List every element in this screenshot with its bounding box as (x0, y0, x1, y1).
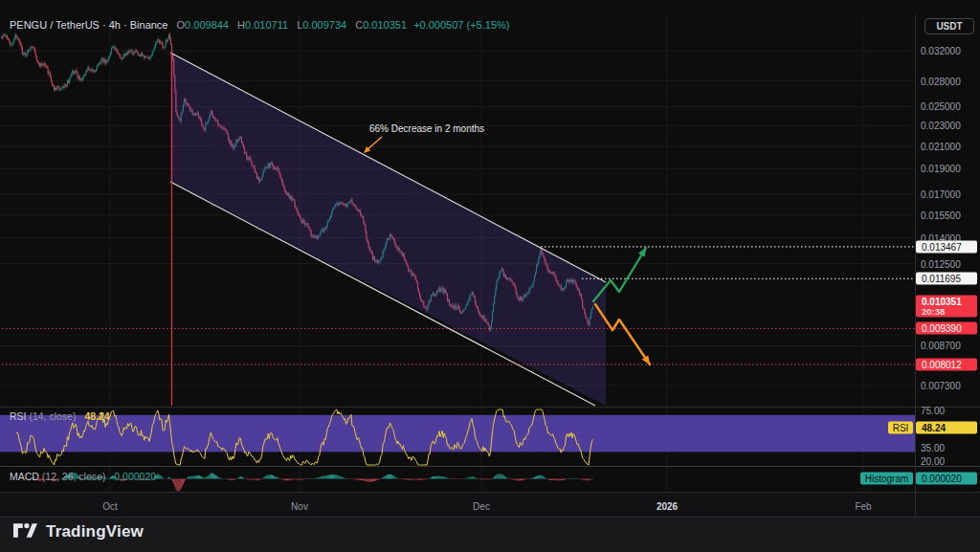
tradingview-chart-window: AhmadPro created with TradingView.com, D… (0, 0, 980, 552)
price-axis-label: 0.021000 (921, 141, 961, 151)
currency-toggle-button[interactable]: USDT (924, 18, 974, 34)
tradingview-logo[interactable]: TradingView (13, 521, 144, 541)
rsi-axis-label: 20.00 (921, 456, 945, 467)
macd-value: 0.000020 (114, 471, 156, 482)
ohlc-high-value: 0.010711 (245, 19, 288, 31)
rsi-value-tag: 48.24 (916, 422, 977, 434)
price-level-tag: 0.008012 (916, 358, 977, 370)
ohlc-open-value: 0.009844 (185, 19, 229, 31)
tradingview-logo-text: TradingView (46, 522, 144, 541)
price-axis-label: 0.023000 (921, 121, 961, 131)
time-axis-label: Nov (291, 501, 308, 512)
ohlc-close-label: C (355, 19, 363, 31)
change-value: +0.000507 (+5.15%) (413, 19, 509, 31)
bar-countdown: 20:38 (922, 307, 977, 317)
rsi-name-tag: RSI (888, 422, 913, 434)
price-axis-label: 0.012500 (921, 258, 961, 269)
price-level-tag: 0.013467 (916, 240, 977, 253)
price-axis-label: 0.032000 (921, 46, 961, 56)
price-level-tag: 0.011695 (916, 273, 977, 285)
price-axis-label: 0.008700 (921, 341, 961, 351)
macd-legend[interactable]: MACD (12, 26, close) 0.000020 (10, 471, 156, 482)
decrease-annotation-text[interactable]: 66% Decrease in 2 months (369, 123, 484, 134)
ohlc-low-value: 0.009734 (302, 19, 346, 31)
time-axis-label: Feb (855, 501, 871, 512)
macd-title[interactable]: MACD (10, 471, 39, 482)
macd-histogram-tag: Histogram (860, 473, 913, 485)
macd-histogram-value-tag: 0.000020 (916, 473, 977, 485)
rsi-value: 48.24 (84, 410, 109, 422)
current-price-tag: 0.01035120:38 (916, 296, 977, 318)
price-axis-label: 0.028000 (921, 76, 961, 86)
rsi-band (0, 415, 915, 453)
time-axis-label: Oct (102, 501, 118, 512)
price-level-tag: 0.009390 (916, 322, 977, 335)
price-axis-label: 0.007300 (921, 381, 961, 391)
rsi-title[interactable]: RSI (10, 410, 27, 422)
symbol-title[interactable]: PENGU / TetherUS · 4h · Binance (10, 19, 167, 31)
time-axis[interactable] (0, 493, 915, 517)
rsi-axis-label: 75.00 (921, 406, 945, 416)
time-axis-label: Dec (473, 501, 490, 512)
macd-params: (12, 26, close) (42, 471, 106, 482)
candlestick-chart-canvas[interactable] (0, 0, 980, 552)
tradingview-logo-icon (13, 521, 37, 541)
price-axis-label: 0.025000 (921, 101, 961, 112)
ohlc-close-value: 0.010351 (363, 19, 407, 31)
price-axis-label: 0.017000 (921, 188, 961, 199)
ohlc-high-label: H (237, 19, 245, 31)
rsi-params: (14, close) (29, 410, 76, 422)
ohlc-open-label: O (177, 19, 186, 31)
price-axis-label: 0.019000 (921, 164, 961, 174)
symbol-legend[interactable]: PENGU / TetherUS · 4h · Binance O0.00984… (10, 19, 509, 31)
price-axis-label: 0.015500 (921, 210, 961, 220)
rsi-axis-label: 35.00 (921, 442, 945, 453)
time-axis-label: 2026 (657, 501, 678, 512)
rsi-legend[interactable]: RSI (14, close) 48.24 (10, 410, 110, 422)
